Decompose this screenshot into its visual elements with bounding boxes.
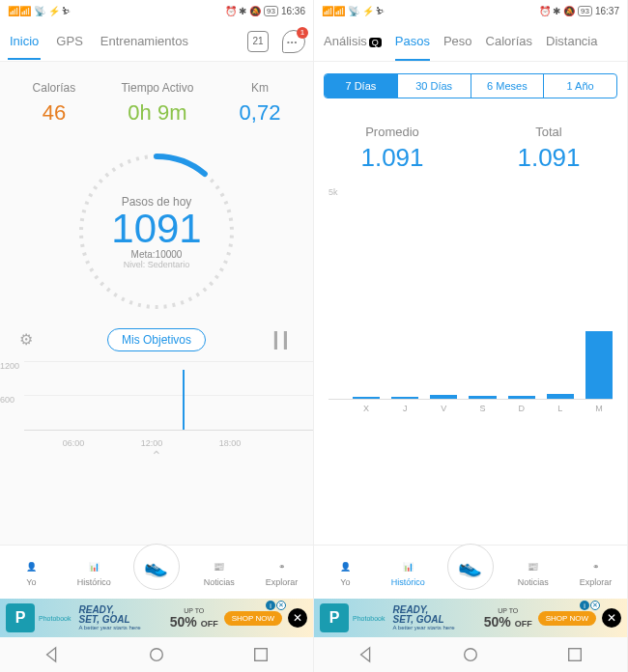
stat-km: Km 0,72 <box>240 81 281 126</box>
svg-rect-5 <box>569 649 582 661</box>
stats-row: Calorías 46 Tiempo Activo 0h 9m Km 0,72 <box>0 62 313 135</box>
news-icon: 📰 <box>524 558 543 575</box>
range-1y[interactable]: 1 Año <box>544 74 616 98</box>
steps-meta: Meta:10000 <box>131 249 183 260</box>
nav-historico[interactable]: 📊Histórico <box>377 546 440 599</box>
range-7d[interactable]: 7 Días <box>325 74 398 98</box>
explore-icon: ⚭ <box>272 558 292 575</box>
nav-yo[interactable]: 👤Yo <box>314 546 377 599</box>
steps-nivel: Nivel: Sedentario <box>124 260 190 269</box>
ad-shop-button[interactable]: SHOP NOW <box>224 611 282 626</box>
stat-calorias: Calorías 46 <box>33 81 76 126</box>
content-right: 7 Días 30 Días 6 Meses 1 Año Promedio 1.… <box>314 62 627 545</box>
ad-logo-icon: P <box>6 603 35 632</box>
ad-close-icon[interactable]: ✕ <box>602 608 621 628</box>
back-icon[interactable] <box>43 646 61 663</box>
status-bar: 📶📶 📡 ⚡ ⛷ ⏰ ✱ 🔕 93 16:37 <box>314 0 627 21</box>
bars-icon: 📊 <box>398 558 417 575</box>
ad-banner[interactable]: P Photobook READY,SET, GOAL A better yea… <box>314 599 627 637</box>
objectives-button[interactable]: Mis Objetivos <box>107 328 206 351</box>
system-nav <box>314 637 627 672</box>
nav-explorar[interactable]: ⚭Explorar <box>564 546 627 599</box>
content-left: Calorías 46 Tiempo Activo 0h 9m Km 0,72 … <box>0 62 313 545</box>
week-bar <box>353 397 380 399</box>
nav-explorar[interactable]: ⚭Explorar <box>250 546 313 599</box>
avg-total: Promedio 1.091 Total 1.091 <box>314 110 627 187</box>
shoe-icon: 👟 <box>447 544 494 590</box>
recent-icon[interactable] <box>252 646 270 663</box>
home-icon[interactable] <box>462 646 479 663</box>
nav-yo[interactable]: 👤Yo <box>0 546 63 599</box>
chat-badge: 1 <box>297 27 308 39</box>
person-icon: 👤 <box>335 558 355 575</box>
week-chart: 5k XJVSDLM <box>314 187 627 545</box>
ad-close-icon[interactable]: ✕ <box>288 608 307 628</box>
analysis-tabs: AnálisisQ Pasos Peso Calorías Distancia <box>314 21 627 62</box>
nav-noticias[interactable]: 📰Noticias <box>187 546 250 599</box>
explore-icon: ⚭ <box>586 558 606 575</box>
hourly-bar <box>183 370 185 430</box>
calendar-icon[interactable]: 21 <box>247 31 269 52</box>
news-icon: 📰 <box>210 558 229 575</box>
screen-inicio: 📶📶 📡 ⚡ ⛷ ⏰ ✱ 🔕 93 16:36 Inicio GPS Entre… <box>0 0 314 672</box>
system-nav <box>0 637 313 672</box>
tab-analisis[interactable]: AnálisisQ <box>324 34 382 48</box>
nav-center[interactable]: 👟 <box>440 546 502 599</box>
screen-pasos: 📶📶 📡 ⚡ ⛷ ⏰ ✱ 🔕 93 16:37 AnálisisQ Pasos … <box>314 0 628 672</box>
bars-icon: 📊 <box>84 558 103 575</box>
back-icon[interactable] <box>357 646 375 663</box>
svg-point-2 <box>151 649 163 661</box>
bottom-nav: 👤Yo 📊Histórico 👟 📰Noticias ⚭Explorar <box>0 545 313 599</box>
home-icon[interactable] <box>148 646 165 663</box>
ad-banner[interactable]: P Photobook READY, SET, GOAL A better ye… <box>0 599 313 637</box>
week-bar <box>469 396 496 399</box>
controls-row: ⚙ Mis Objetivos ▎▎ <box>0 328 313 361</box>
tab-gps[interactable]: GPS <box>54 34 84 48</box>
stat-tiempo: Tiempo Activo 0h 9m <box>121 81 193 126</box>
shoe-icon: 👟 <box>133 544 180 590</box>
ad-shop-button[interactable]: SHOP NOW <box>538 611 596 626</box>
tab-pasos[interactable]: Pasos <box>395 34 430 61</box>
status-bar: 📶📶 📡 ⚡ ⛷ ⏰ ✱ 🔕 93 16:36 <box>0 0 313 21</box>
range-30d[interactable]: 30 Días <box>398 74 471 98</box>
gear-icon[interactable]: ⚙ <box>19 330 39 350</box>
week-labels: XJVSDLM <box>328 404 613 413</box>
tab-entrenamientos[interactable]: Entrenamientos <box>99 34 190 48</box>
nav-historico[interactable]: 📊Histórico <box>63 546 126 599</box>
tab-inicio[interactable]: Inicio <box>8 34 41 60</box>
pause-icon[interactable]: ▎▎ <box>274 331 294 350</box>
status-right: ⏰ ✱ 🔕 93 16:36 <box>225 6 306 16</box>
range-6m[interactable]: 6 Meses <box>471 74 545 98</box>
gauge: Pasos de hoy 1091 Meta:10000 Nivel: Sede… <box>0 135 313 328</box>
week-bar <box>585 331 613 399</box>
hourly-chart: 1200 600 06:00 12:00 18:00 <box>0 361 313 448</box>
bottom-nav: 👤Yo 📊Histórico 👟 📰Noticias ⚭Explorar <box>314 545 627 599</box>
range-tabs: 7 Días 30 Días 6 Meses 1 Año <box>324 73 617 98</box>
person-icon: 👤 <box>21 558 41 575</box>
week-bar <box>430 395 457 399</box>
svg-point-4 <box>465 649 477 661</box>
tab-peso[interactable]: Peso <box>443 34 472 48</box>
week-bar <box>547 394 574 399</box>
chat-icon[interactable]: •••1 <box>282 30 305 53</box>
top-tabs: Inicio GPS Entrenamientos 21 •••1 <box>0 21 313 62</box>
week-bar <box>391 397 418 399</box>
week-bar <box>508 396 535 399</box>
svg-rect-3 <box>255 649 268 661</box>
promedio: Promedio 1.091 <box>360 125 423 173</box>
ad-logo-icon: P <box>320 603 349 632</box>
steps-value: 1091 <box>111 209 201 249</box>
recent-icon[interactable] <box>566 646 584 663</box>
status-left: 📶📶 📡 ⚡ ⛷ <box>8 6 71 16</box>
tab-calorias[interactable]: Calorías <box>486 34 532 48</box>
nav-noticias[interactable]: 📰Noticias <box>501 546 564 599</box>
total: Total 1.091 <box>517 125 580 173</box>
nav-center[interactable]: 👟 <box>126 546 188 599</box>
tab-distancia[interactable]: Distancia <box>546 34 597 48</box>
